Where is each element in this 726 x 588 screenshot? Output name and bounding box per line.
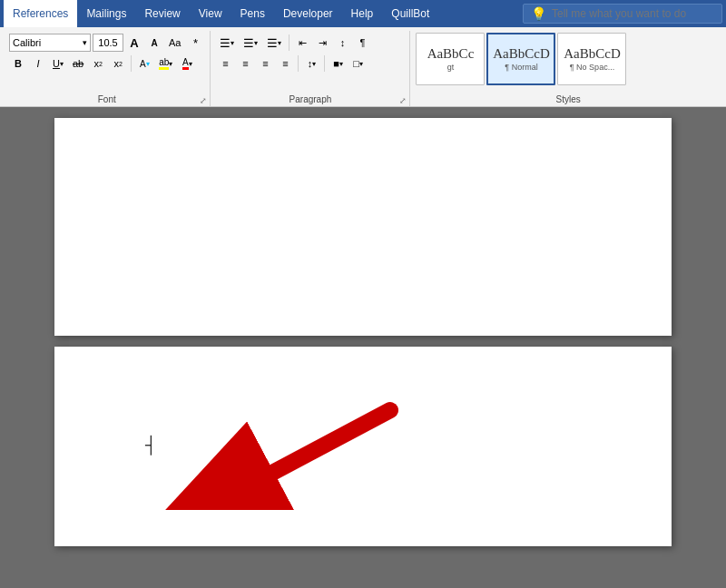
style-card-heading[interactable]: AaBbCc gt bbox=[416, 33, 485, 85]
decrease-indent-button[interactable]: ⇤ bbox=[293, 34, 311, 52]
font-size-value: 10.5 bbox=[98, 37, 117, 48]
divider-2 bbox=[289, 34, 289, 51]
page-2: ┤ bbox=[54, 347, 672, 546]
styles-group: AaBbCc gt AaBbCcD ¶ Normal AaBbCcD ¶ No … bbox=[410, 31, 726, 106]
bold-button[interactable]: B bbox=[9, 54, 27, 73]
style-card-normal[interactable]: AaBbCcD ¶ Normal bbox=[486, 33, 555, 85]
style-preview-heading: AaBbCc bbox=[427, 47, 475, 61]
font-name-box[interactable]: Calibri ▾ bbox=[9, 34, 91, 52]
style-label-heading: gt bbox=[447, 63, 455, 72]
document-area: ┤ bbox=[0, 107, 726, 579]
divider-4 bbox=[324, 55, 325, 72]
show-marks-button[interactable]: ¶ bbox=[353, 34, 371, 52]
style-card-no-spacing[interactable]: AaBbCcD ¶ No Spac... bbox=[557, 33, 626, 85]
arrow-container bbox=[145, 401, 399, 510]
search-input[interactable] bbox=[552, 7, 706, 20]
style-label-normal: ¶ Normal bbox=[505, 63, 537, 72]
subscript-button[interactable]: x2 bbox=[89, 54, 107, 73]
paragraph-group-expand[interactable]: ⤢ bbox=[399, 96, 407, 105]
grow-font-button[interactable]: A bbox=[125, 34, 143, 52]
align-right-button[interactable]: ≡ bbox=[256, 54, 274, 73]
paragraph-group-label: Paragraph bbox=[211, 94, 409, 104]
svg-line-1 bbox=[245, 410, 390, 487]
clear-format-button[interactable]: * bbox=[186, 34, 204, 52]
divider-3 bbox=[298, 55, 299, 72]
lightbulb-icon: 💡 bbox=[531, 6, 546, 21]
shrink-font-button[interactable]: A bbox=[145, 34, 163, 52]
font-size-box[interactable]: 10.5 bbox=[93, 34, 123, 52]
search-bar[interactable]: 💡 bbox=[523, 4, 722, 24]
highlight-color-button[interactable]: ab▾ bbox=[155, 54, 176, 73]
superscript-button[interactable]: x2 bbox=[109, 54, 127, 73]
style-preview-no-spacing: AaBbCcD bbox=[564, 47, 621, 61]
font-name-value: Calibri bbox=[13, 37, 41, 48]
paragraph-row-1: ☰▾ ☰▾ ☰▾ ⇤ ⇥ ↕ ¶ bbox=[216, 33, 371, 53]
paragraph-group: ☰▾ ☰▾ ☰▾ ⇤ ⇥ ↕ ¶ ≡ ≡ ≡ ≡ ↕▾ ■▾ □▾ bbox=[211, 31, 410, 106]
font-group-label: Font bbox=[4, 94, 210, 104]
sort-button[interactable]: ↕ bbox=[333, 34, 351, 52]
multilevel-list-button[interactable]: ☰▾ bbox=[263, 34, 285, 52]
divider-1 bbox=[131, 55, 132, 72]
font-name-arrow[interactable]: ▾ bbox=[83, 38, 87, 47]
menu-pens[interactable]: Pens bbox=[231, 0, 274, 27]
line-spacing-button[interactable]: ↕▾ bbox=[302, 54, 320, 73]
style-label-no-spacing: ¶ No Spac... bbox=[570, 63, 614, 72]
text-cursor: ┤ bbox=[145, 436, 157, 455]
increase-indent-button[interactable]: ⇥ bbox=[313, 34, 331, 52]
menu-view[interactable]: View bbox=[190, 0, 231, 27]
font-row-2: B I U ▾ ab x2 x2 A▾ ab▾ A▾ bbox=[9, 54, 204, 74]
shading-button[interactable]: ■▾ bbox=[329, 54, 347, 73]
styles-group-label: Styles bbox=[410, 94, 726, 104]
borders-button[interactable]: □▾ bbox=[348, 54, 367, 73]
strikethrough-button[interactable]: ab bbox=[69, 54, 87, 73]
red-arrow-svg bbox=[145, 401, 399, 510]
align-left-button[interactable]: ≡ bbox=[216, 54, 234, 73]
ribbon-toolbar: Calibri ▾ 10.5 A A Aa * B I U ▾ bbox=[0, 27, 726, 107]
change-case-button[interactable]: Aa bbox=[165, 34, 184, 52]
styles-cards-row: AaBbCc gt AaBbCcD ¶ Normal AaBbCcD ¶ No … bbox=[416, 33, 626, 98]
justify-button[interactable]: ≡ bbox=[276, 54, 294, 73]
menu-review[interactable]: Review bbox=[135, 0, 189, 27]
italic-button[interactable]: I bbox=[29, 54, 47, 73]
underline-button[interactable]: U ▾ bbox=[49, 54, 67, 73]
page-1 bbox=[54, 118, 672, 336]
numbering-button[interactable]: ☰▾ bbox=[240, 34, 261, 52]
font-group-expand[interactable]: ⤢ bbox=[200, 96, 207, 105]
menu-references[interactable]: References bbox=[4, 0, 77, 27]
menu-mailings[interactable]: Mailings bbox=[77, 0, 135, 27]
font-row-1: Calibri ▾ 10.5 A A Aa * bbox=[9, 33, 204, 53]
font-group: Calibri ▾ 10.5 A A Aa * B I U ▾ bbox=[4, 31, 211, 106]
paragraph-row-2: ≡ ≡ ≡ ≡ ↕▾ ■▾ □▾ bbox=[216, 54, 371, 74]
align-center-button[interactable]: ≡ bbox=[236, 54, 254, 73]
menu-bar: References Mailings Review View Pens Dev… bbox=[0, 0, 726, 27]
bullets-button[interactable]: ☰▾ bbox=[216, 34, 238, 52]
text-effects-button[interactable]: A▾ bbox=[135, 54, 153, 73]
font-color-button[interactable]: A▾ bbox=[178, 54, 196, 73]
menu-quillbot[interactable]: QuillBot bbox=[382, 0, 438, 27]
menu-developer[interactable]: Developer bbox=[274, 0, 342, 27]
style-preview-normal: AaBbCcD bbox=[493, 47, 550, 61]
menu-help[interactable]: Help bbox=[342, 0, 383, 27]
